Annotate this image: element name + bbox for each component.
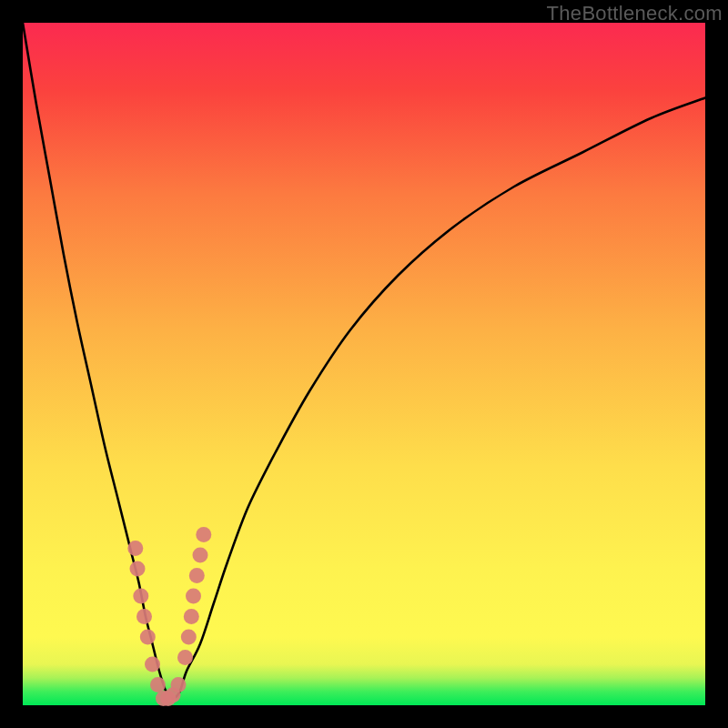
data-point-marker xyxy=(177,650,193,665)
data-point-marker xyxy=(136,609,152,624)
data-point-marker xyxy=(193,548,208,563)
data-point-marker xyxy=(184,609,199,624)
data-point-marker xyxy=(186,589,201,604)
data-point-marker xyxy=(127,541,143,556)
data-point-marker xyxy=(196,527,211,542)
data-point-markers xyxy=(127,527,211,706)
data-point-marker xyxy=(130,561,146,577)
plot-area xyxy=(23,23,705,705)
chart-svg xyxy=(23,23,705,705)
chart-frame: TheBottleneck.com xyxy=(0,0,728,728)
data-point-marker xyxy=(189,568,205,583)
data-point-marker xyxy=(181,630,197,645)
data-point-marker xyxy=(171,677,187,693)
data-point-marker xyxy=(145,657,160,672)
data-point-marker xyxy=(150,677,166,693)
data-point-marker xyxy=(133,589,148,604)
data-point-marker xyxy=(140,630,156,645)
bottleneck-curve xyxy=(23,23,705,699)
